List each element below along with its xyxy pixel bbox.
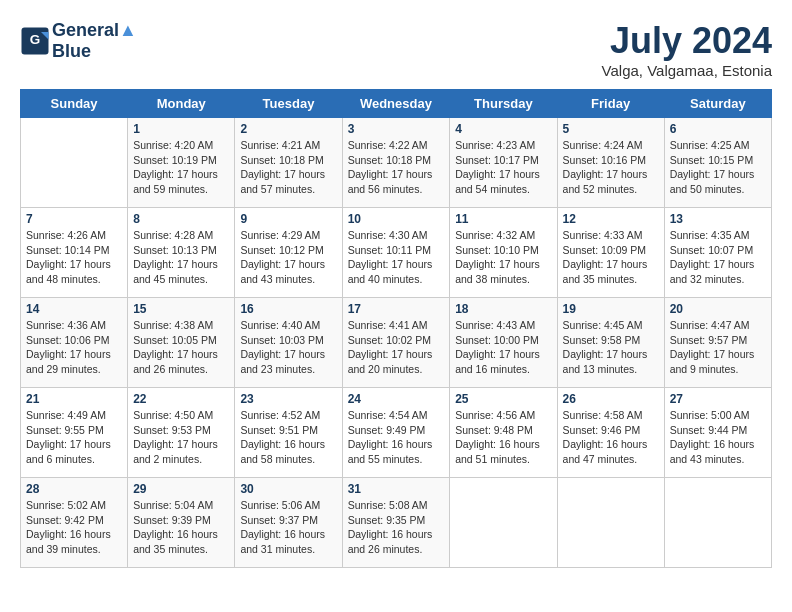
day-number: 9	[240, 212, 336, 226]
calendar-cell: 14Sunrise: 4:36 AMSunset: 10:06 PMDaylig…	[21, 298, 128, 388]
day-info: Sunrise: 5:08 AMSunset: 9:35 PMDaylight:…	[348, 498, 445, 557]
day-info: Sunrise: 5:04 AMSunset: 9:39 PMDaylight:…	[133, 498, 229, 557]
calendar-cell	[664, 478, 771, 568]
calendar-cell: 6Sunrise: 4:25 AMSunset: 10:15 PMDayligh…	[664, 118, 771, 208]
day-header-saturday: Saturday	[664, 90, 771, 118]
day-info: Sunrise: 4:36 AMSunset: 10:06 PMDaylight…	[26, 318, 122, 377]
calendar-week-row: 7Sunrise: 4:26 AMSunset: 10:14 PMDayligh…	[21, 208, 772, 298]
calendar-week-row: 21Sunrise: 4:49 AMSunset: 9:55 PMDayligh…	[21, 388, 772, 478]
day-info: Sunrise: 4:22 AMSunset: 10:18 PMDaylight…	[348, 138, 445, 197]
day-header-sunday: Sunday	[21, 90, 128, 118]
day-header-wednesday: Wednesday	[342, 90, 450, 118]
day-header-tuesday: Tuesday	[235, 90, 342, 118]
day-info: Sunrise: 4:33 AMSunset: 10:09 PMDaylight…	[563, 228, 659, 287]
calendar-cell: 4Sunrise: 4:23 AMSunset: 10:17 PMDayligh…	[450, 118, 557, 208]
calendar-cell: 8Sunrise: 4:28 AMSunset: 10:13 PMDayligh…	[128, 208, 235, 298]
calendar-cell: 30Sunrise: 5:06 AMSunset: 9:37 PMDayligh…	[235, 478, 342, 568]
calendar-cell: 20Sunrise: 4:47 AMSunset: 9:57 PMDayligh…	[664, 298, 771, 388]
day-info: Sunrise: 4:47 AMSunset: 9:57 PMDaylight:…	[670, 318, 766, 377]
day-number: 14	[26, 302, 122, 316]
calendar-cell: 9Sunrise: 4:29 AMSunset: 10:12 PMDayligh…	[235, 208, 342, 298]
day-number: 30	[240, 482, 336, 496]
calendar-cell: 7Sunrise: 4:26 AMSunset: 10:14 PMDayligh…	[21, 208, 128, 298]
day-number: 16	[240, 302, 336, 316]
day-info: Sunrise: 5:06 AMSunset: 9:37 PMDaylight:…	[240, 498, 336, 557]
day-number: 13	[670, 212, 766, 226]
day-info: Sunrise: 5:00 AMSunset: 9:44 PMDaylight:…	[670, 408, 766, 467]
calendar-cell: 2Sunrise: 4:21 AMSunset: 10:18 PMDayligh…	[235, 118, 342, 208]
day-header-thursday: Thursday	[450, 90, 557, 118]
day-number: 26	[563, 392, 659, 406]
day-header-friday: Friday	[557, 90, 664, 118]
day-number: 15	[133, 302, 229, 316]
day-info: Sunrise: 4:26 AMSunset: 10:14 PMDaylight…	[26, 228, 122, 287]
day-info: Sunrise: 5:02 AMSunset: 9:42 PMDaylight:…	[26, 498, 122, 557]
location: Valga, Valgamaa, Estonia	[602, 62, 772, 79]
day-number: 28	[26, 482, 122, 496]
day-info: Sunrise: 4:49 AMSunset: 9:55 PMDaylight:…	[26, 408, 122, 467]
calendar-cell: 5Sunrise: 4:24 AMSunset: 10:16 PMDayligh…	[557, 118, 664, 208]
calendar-cell: 31Sunrise: 5:08 AMSunset: 9:35 PMDayligh…	[342, 478, 450, 568]
calendar-cell	[450, 478, 557, 568]
calendar-cell: 26Sunrise: 4:58 AMSunset: 9:46 PMDayligh…	[557, 388, 664, 478]
day-number: 19	[563, 302, 659, 316]
calendar-cell: 18Sunrise: 4:43 AMSunset: 10:00 PMDaylig…	[450, 298, 557, 388]
title-block: July 2024 Valga, Valgamaa, Estonia	[602, 20, 772, 79]
month-title: July 2024	[602, 20, 772, 62]
calendar-cell: 25Sunrise: 4:56 AMSunset: 9:48 PMDayligh…	[450, 388, 557, 478]
day-number: 8	[133, 212, 229, 226]
day-info: Sunrise: 4:25 AMSunset: 10:15 PMDaylight…	[670, 138, 766, 197]
svg-text:G: G	[30, 32, 41, 47]
day-number: 24	[348, 392, 445, 406]
calendar-cell: 10Sunrise: 4:30 AMSunset: 10:11 PMDaylig…	[342, 208, 450, 298]
calendar-cell: 19Sunrise: 4:45 AMSunset: 9:58 PMDayligh…	[557, 298, 664, 388]
day-number: 3	[348, 122, 445, 136]
logo-text: General▲ Blue	[52, 20, 137, 62]
day-info: Sunrise: 4:24 AMSunset: 10:16 PMDaylight…	[563, 138, 659, 197]
calendar-cell: 28Sunrise: 5:02 AMSunset: 9:42 PMDayligh…	[21, 478, 128, 568]
day-info: Sunrise: 4:20 AMSunset: 10:19 PMDaylight…	[133, 138, 229, 197]
day-number: 5	[563, 122, 659, 136]
day-info: Sunrise: 4:38 AMSunset: 10:05 PMDaylight…	[133, 318, 229, 377]
day-number: 20	[670, 302, 766, 316]
day-info: Sunrise: 4:41 AMSunset: 10:02 PMDaylight…	[348, 318, 445, 377]
calendar-cell: 24Sunrise: 4:54 AMSunset: 9:49 PMDayligh…	[342, 388, 450, 478]
day-number: 12	[563, 212, 659, 226]
logo-icon: G	[20, 26, 50, 56]
calendar-cell: 27Sunrise: 5:00 AMSunset: 9:44 PMDayligh…	[664, 388, 771, 478]
day-number: 27	[670, 392, 766, 406]
calendar-cell: 23Sunrise: 4:52 AMSunset: 9:51 PMDayligh…	[235, 388, 342, 478]
day-info: Sunrise: 4:28 AMSunset: 10:13 PMDaylight…	[133, 228, 229, 287]
calendar-cell: 13Sunrise: 4:35 AMSunset: 10:07 PMDaylig…	[664, 208, 771, 298]
calendar-cell: 22Sunrise: 4:50 AMSunset: 9:53 PMDayligh…	[128, 388, 235, 478]
day-info: Sunrise: 4:50 AMSunset: 9:53 PMDaylight:…	[133, 408, 229, 467]
day-info: Sunrise: 4:23 AMSunset: 10:17 PMDaylight…	[455, 138, 551, 197]
day-number: 6	[670, 122, 766, 136]
day-number: 31	[348, 482, 445, 496]
calendar-cell: 11Sunrise: 4:32 AMSunset: 10:10 PMDaylig…	[450, 208, 557, 298]
day-info: Sunrise: 4:35 AMSunset: 10:07 PMDaylight…	[670, 228, 766, 287]
day-info: Sunrise: 4:29 AMSunset: 10:12 PMDaylight…	[240, 228, 336, 287]
calendar-cell: 1Sunrise: 4:20 AMSunset: 10:19 PMDayligh…	[128, 118, 235, 208]
page-header: G General▲ Blue July 2024 Valga, Valgama…	[20, 20, 772, 79]
day-number: 17	[348, 302, 445, 316]
day-number: 7	[26, 212, 122, 226]
day-number: 25	[455, 392, 551, 406]
day-info: Sunrise: 4:43 AMSunset: 10:00 PMDaylight…	[455, 318, 551, 377]
logo: G General▲ Blue	[20, 20, 137, 62]
day-number: 2	[240, 122, 336, 136]
day-number: 4	[455, 122, 551, 136]
day-info: Sunrise: 4:58 AMSunset: 9:46 PMDaylight:…	[563, 408, 659, 467]
day-info: Sunrise: 4:54 AMSunset: 9:49 PMDaylight:…	[348, 408, 445, 467]
day-info: Sunrise: 4:21 AMSunset: 10:18 PMDaylight…	[240, 138, 336, 197]
day-number: 22	[133, 392, 229, 406]
day-number: 10	[348, 212, 445, 226]
calendar-cell	[21, 118, 128, 208]
calendar-cell: 15Sunrise: 4:38 AMSunset: 10:05 PMDaylig…	[128, 298, 235, 388]
day-number: 21	[26, 392, 122, 406]
day-number: 1	[133, 122, 229, 136]
day-number: 29	[133, 482, 229, 496]
calendar-cell: 17Sunrise: 4:41 AMSunset: 10:02 PMDaylig…	[342, 298, 450, 388]
day-number: 23	[240, 392, 336, 406]
calendar-week-row: 28Sunrise: 5:02 AMSunset: 9:42 PMDayligh…	[21, 478, 772, 568]
